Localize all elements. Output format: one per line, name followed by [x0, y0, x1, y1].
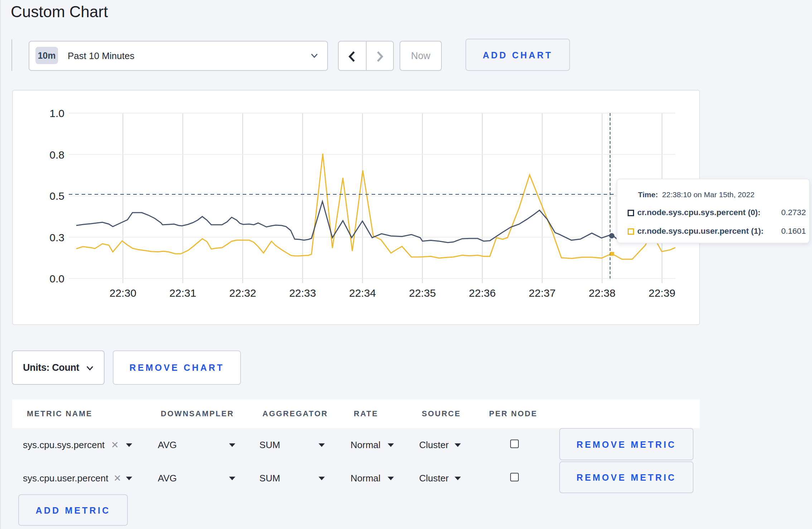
svg-text:22:38: 22:38: [589, 287, 615, 299]
svg-text:22:33: 22:33: [289, 287, 316, 299]
svg-text:0.3: 0.3: [49, 232, 64, 243]
svg-text:22:34: 22:34: [349, 287, 376, 299]
svg-text:22:35: 22:35: [409, 287, 436, 299]
svg-text:22:37: 22:37: [529, 287, 556, 299]
svg-text:22:30: 22:30: [110, 287, 136, 299]
svg-text:22:36: 22:36: [469, 287, 496, 299]
svg-text:0.0: 0.0: [49, 273, 64, 285]
svg-text:0.8: 0.8: [49, 149, 64, 161]
svg-text:22:39: 22:39: [648, 287, 675, 299]
svg-text:1.0: 1.0: [49, 107, 64, 119]
svg-text:22:32: 22:32: [229, 287, 256, 299]
svg-text:22:31: 22:31: [169, 287, 196, 299]
svg-text:0.5: 0.5: [49, 190, 64, 202]
